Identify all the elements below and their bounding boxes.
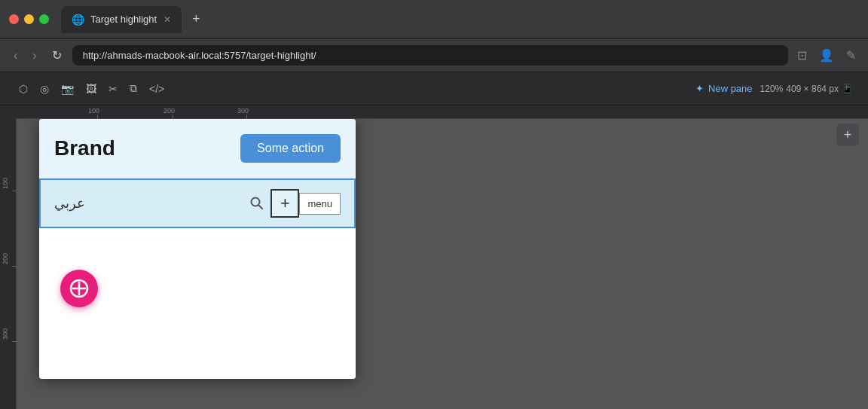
new-pane-button[interactable]: ✦ New pane <box>695 83 753 94</box>
tab-title: Target highlight <box>90 14 157 25</box>
webpage-preview: Brand Some action عربي <box>39 119 356 379</box>
share-icon[interactable]: ⊡ <box>794 45 810 66</box>
ruler-mark-200: 200 <box>164 107 175 114</box>
main-area: 100 200 300 100 200 300 + <box>0 105 868 409</box>
fab-button[interactable] <box>60 270 98 307</box>
device-icon: 📱 <box>842 84 853 94</box>
toolbar-icon-4[interactable]: 🖼 <box>82 81 100 97</box>
toolbar-icon-code[interactable]: </> <box>145 81 168 97</box>
ruler-vmark-100: 100 <box>2 178 9 189</box>
nav-icons: + menu <box>243 189 341 218</box>
account-icon[interactable]: 👤 <box>816 45 837 66</box>
traffic-lights <box>9 14 49 24</box>
tab-favicon: 🌐 <box>72 14 84 26</box>
action-button[interactable]: Some action <box>240 134 341 163</box>
nav-bar: ‹ › ↻ http://ahmads-macbook-air.local:57… <box>0 39 868 72</box>
toolbar-left: ⬡ ◎ 📷 🖼 ✂ ⧉ </> <box>15 80 688 97</box>
nav-arabic-text: عربي <box>54 195 85 212</box>
menu-button[interactable]: menu <box>299 193 341 215</box>
new-pane-icon: ✦ <box>695 83 704 94</box>
toolbar-icon-5[interactable]: ✂ <box>105 81 121 97</box>
plus-icon: + <box>280 195 290 212</box>
active-tab[interactable]: 🌐 Target highlight ✕ <box>61 6 182 33</box>
new-pane-text: New pane <box>708 83 753 94</box>
canvas-area: + Brand Some action عربي <box>17 119 868 409</box>
toolbar-icon-1[interactable]: ⬡ <box>15 81 32 97</box>
tab-area: 🌐 Target highlight ✕ + <box>61 6 859 33</box>
brand-text: Brand <box>54 136 115 160</box>
forward-button[interactable]: › <box>28 46 41 66</box>
toolbar-icon-3[interactable]: 📷 <box>57 81 78 97</box>
address-text: http://ahmads-macbook-air.local:5757/tar… <box>83 50 316 61</box>
ruler-vmark-300: 300 <box>2 328 9 340</box>
nav-right-icons: ⊡ 👤 ✎ <box>794 45 859 66</box>
close-button[interactable] <box>9 14 19 24</box>
horizontal-ruler: 100 200 300 <box>17 105 868 119</box>
reload-button[interactable]: ↻ <box>47 45 66 66</box>
search-icon-box[interactable] <box>243 190 270 217</box>
add-pane-button[interactable]: + <box>836 124 859 146</box>
webpage-header: Brand Some action <box>39 119 356 179</box>
vertical-ruler: 100 200 300 <box>0 119 17 409</box>
webpage-header-section: Brand Some action <box>39 119 356 179</box>
tab-close-icon[interactable]: ✕ <box>164 14 171 25</box>
new-tab-button[interactable]: + <box>186 8 206 30</box>
minimize-button[interactable] <box>24 14 34 24</box>
webpage-nav-section: عربي + menu <box>39 179 356 228</box>
title-bar: 🌐 Target highlight ✕ + <box>0 0 868 39</box>
ruler-mark-300: 300 <box>237 107 249 114</box>
toolbar-icon-6[interactable]: ⧉ <box>126 80 141 97</box>
fab-icon <box>69 278 90 299</box>
zoom-level: 120% <box>760 84 784 94</box>
search-icon <box>249 196 264 211</box>
ruler-vmark-200: 200 <box>2 253 9 264</box>
toolbar-info: 120% 409 × 864 px 📱 <box>760 84 853 94</box>
webpage-body <box>39 228 356 379</box>
edit-icon[interactable]: ✎ <box>843 45 859 66</box>
dimensions: 409 × 864 px <box>786 84 839 94</box>
svg-line-1 <box>259 206 263 209</box>
toolbar: ⬡ ◎ 📷 🖼 ✂ ⧉ </> ✦ New pane 120% 409 × 86… <box>0 72 868 105</box>
address-bar[interactable]: http://ahmads-macbook-air.local:5757/tar… <box>72 45 788 66</box>
add-icon: + <box>844 127 852 143</box>
toolbar-icons: ⬡ ◎ 📷 🖼 ✂ ⧉ </> <box>15 80 168 97</box>
fullscreen-button[interactable] <box>39 14 49 24</box>
back-button[interactable]: ‹ <box>9 46 22 66</box>
webpage-nav: عربي + menu <box>39 179 356 228</box>
ruler-mark-100: 100 <box>88 107 99 114</box>
toolbar-icon-2[interactable]: ◎ <box>36 81 53 97</box>
crosshair-box: + <box>270 189 299 218</box>
